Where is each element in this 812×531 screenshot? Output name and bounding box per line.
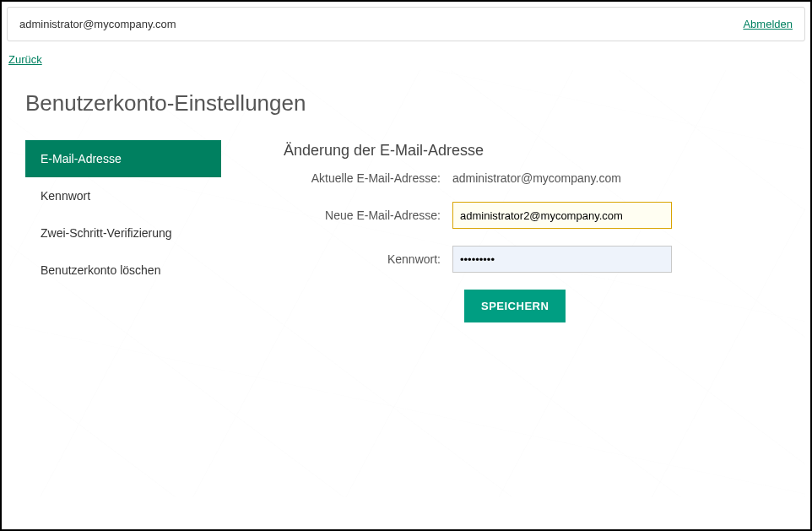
- password-label: Kennwort:: [284, 252, 452, 266]
- top-bar: administrator@mycompany.com Abmelden: [7, 7, 805, 41]
- logout-link[interactable]: Abmelden: [743, 18, 793, 30]
- current-user-email: administrator@mycompany.com: [19, 18, 176, 30]
- form-area: Änderung der E-Mail-Adresse Aktuelle E-M…: [221, 140, 787, 322]
- content-area: E-Mail-Adresse Kennwort Zwei-Schritt-Ver…: [25, 140, 787, 322]
- section-title: Änderung der E-Mail-Adresse: [284, 142, 787, 160]
- tab-label: E-Mail-Adresse: [41, 152, 122, 165]
- row-new-email: Neue E-Mail-Adresse:: [284, 202, 787, 229]
- tab-email-address[interactable]: E-Mail-Adresse: [25, 140, 221, 177]
- tab-label: Kennwort: [41, 189, 90, 203]
- save-button[interactable]: Speichern: [464, 290, 566, 322]
- row-password: Kennwort:: [284, 246, 787, 273]
- current-email-value: administrator@mycompany.com: [452, 171, 621, 185]
- new-email-label: Neue E-Mail-Adresse:: [284, 209, 452, 222]
- settings-panel: Benutzerkonto-Einstellungen E-Mail-Adres…: [7, 70, 805, 497]
- settings-sidebar: E-Mail-Adresse Kennwort Zwei-Schritt-Ver…: [25, 140, 221, 322]
- back-link[interactable]: Zurück: [8, 53, 42, 66]
- tab-label: Benutzerkonto löschen: [41, 263, 160, 277]
- tab-password[interactable]: Kennwort: [25, 177, 221, 214]
- app-frame: administrator@mycompany.com Abmelden Zur…: [0, 0, 812, 531]
- password-input[interactable]: [452, 246, 672, 273]
- row-current-email: Aktuelle E-Mail-Adresse: administrator@m…: [284, 171, 787, 185]
- submit-row: Speichern: [284, 290, 787, 322]
- tab-label: Zwei-Schritt-Verifizierung: [41, 226, 172, 240]
- new-email-input[interactable]: [452, 202, 672, 229]
- tab-two-step-verification[interactable]: Zwei-Schritt-Verifizierung: [25, 214, 221, 252]
- page-title: Benutzerkonto-Einstellungen: [25, 90, 787, 116]
- current-email-label: Aktuelle E-Mail-Adresse:: [284, 171, 452, 185]
- tab-delete-account[interactable]: Benutzerkonto löschen: [25, 252, 221, 289]
